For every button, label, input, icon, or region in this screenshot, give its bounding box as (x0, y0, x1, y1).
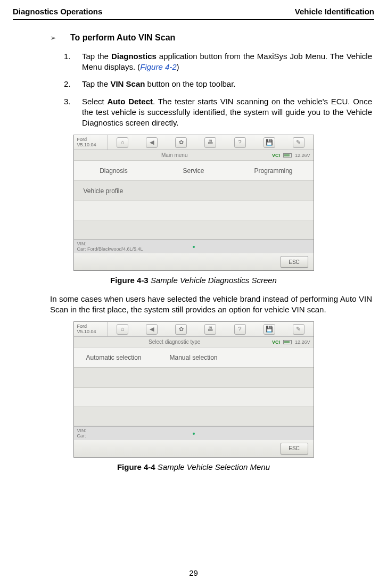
back-icon[interactable]: ◀ (146, 324, 158, 335)
toolbar-icons: ⌂ ◀ ✿ 🖶 ? 💾 ✎ (108, 135, 314, 150)
subbar-title: Select diagnostic type (77, 338, 272, 346)
brand-box: Ford V5.10.04 (74, 135, 108, 150)
figure-4-4-caption: Figure 4-4 Sample Vehicle Selection Menu (13, 462, 374, 473)
empty-row (74, 368, 314, 388)
print-icon[interactable]: 🖶 (204, 137, 216, 148)
menu-automatic-selection[interactable]: Automatic selection (74, 353, 154, 362)
device-screenshot: Ford V5.10.04 ⌂ ◀ ✿ 🖶 ? 💾 ✎ Select diagn… (73, 321, 314, 458)
battery-voltage: 12.26V (295, 339, 310, 345)
step-2: 2. Tap the VIN Scan button on the top to… (64, 79, 372, 89)
section-title: To perform Auto VIN Scan (70, 32, 175, 44)
step-3: 3. Select Auto Detect. The tester starts… (64, 96, 372, 129)
status-dot-icon (193, 433, 195, 435)
device-screenshot: Ford V5.10.04 ⌂ ◀ ✿ 🖶 ? 💾 ✎ Main menu VC… (73, 135, 314, 271)
vin-bar: VIN: Car: Ford/Blackwood/4.6L/5.4L (74, 239, 314, 253)
page-number: 29 (0, 568, 387, 578)
print-icon[interactable]: 🖶 (204, 324, 216, 335)
menu-diagnosis[interactable]: Diagnosis (74, 167, 154, 175)
brand-box: Ford V5.10.04 (74, 322, 108, 336)
toolbar-icons: ⌂ ◀ ✿ 🖶 ? 💾 ✎ (108, 322, 314, 336)
empty-row (74, 201, 314, 220)
help-icon[interactable]: ? (234, 137, 246, 148)
ordered-steps: 1. Tap the Diagnostics application butto… (64, 51, 372, 129)
device-subbar: Select diagnostic type VCI 12.26V (74, 337, 314, 347)
section-heading: ➢ To perform Auto VIN Scan (50, 32, 374, 44)
header-right: Vehicle Identification (295, 6, 374, 17)
vin-car: Car: Ford/Blackwood/4.6L/5.4L (77, 247, 143, 252)
home-icon[interactable]: ⌂ (117, 324, 128, 335)
device-bottom-bar: ESC (74, 253, 314, 270)
empty-row (74, 388, 314, 407)
step-body: Tap the Diagnostics application button f… (82, 51, 372, 73)
esc-button[interactable]: ESC (281, 256, 308, 268)
device-toolbar: Ford V5.10.04 ⌂ ◀ ✿ 🖶 ? 💾 ✎ (74, 135, 314, 150)
edit-icon[interactable]: ✎ (293, 324, 304, 335)
back-icon[interactable]: ◀ (146, 137, 158, 148)
settings-icon[interactable]: ✿ (175, 137, 187, 148)
header-left: Diagnostics Operations (13, 6, 102, 17)
menu-programming[interactable]: Programming (234, 167, 314, 175)
figure-4-4: Ford V5.10.04 ⌂ ◀ ✿ 🖶 ? 💾 ✎ Select diagn… (73, 321, 314, 458)
battery-voltage: 12.26V (295, 152, 310, 159)
device-toolbar: Ford V5.10.04 ⌂ ◀ ✿ 🖶 ? 💾 ✎ (74, 322, 314, 337)
device-bottom-bar: ESC (74, 440, 314, 457)
brand-version: V5.10.04 (77, 143, 104, 148)
empty-row (74, 220, 314, 239)
step-number: 1. (64, 51, 82, 73)
help-icon[interactable]: ? (234, 324, 246, 335)
figure-4-3-caption: Figure 4-3 Sample Vehicle Diagnostics Sc… (13, 275, 374, 286)
home-icon[interactable]: ⌂ (117, 137, 128, 148)
step-number: 2. (64, 79, 82, 89)
step-body: Tap the VIN Scan button on the top toolb… (82, 79, 372, 89)
empty-row (74, 407, 314, 426)
menu-service[interactable]: Service (154, 167, 234, 175)
vci-status-icon: VCI (272, 152, 280, 159)
brand-version: V5.10.04 (77, 329, 104, 335)
menu-vehicle-profile[interactable]: Vehicle profile (74, 187, 160, 195)
figure-reference-link[interactable]: Figure 4-2 (140, 62, 176, 71)
step-body: Select Auto Detect. The tester starts VI… (82, 96, 372, 129)
figure-4-3: Ford V5.10.04 ⌂ ◀ ✿ 🖶 ? 💾 ✎ Main menu VC… (73, 135, 314, 271)
device-subbar: Main menu VCI 12.26V (74, 150, 314, 161)
status-dot-icon (193, 246, 195, 248)
menu-row-2: Vehicle profile (74, 181, 314, 201)
page-header: Diagnostics Operations Vehicle Identific… (13, 6, 374, 20)
vin-car: Car: (77, 434, 87, 439)
settings-icon[interactable]: ✿ (175, 324, 187, 335)
menu-row-1: Automatic selection Manual selection (74, 347, 314, 368)
menu-row-1: Diagnosis Service Programming (74, 161, 314, 181)
vin-bar: VIN: Car: (74, 426, 314, 440)
vci-status-icon: VCI (272, 339, 280, 345)
chevron-right-icon: ➢ (50, 33, 56, 43)
inter-paragraph: In some cases when users have selected t… (50, 294, 372, 316)
save-icon[interactable]: 💾 (264, 137, 275, 148)
menu-manual-selection[interactable]: Manual selection (154, 353, 234, 362)
subbar-title: Main menu (77, 152, 272, 159)
save-icon[interactable]: 💾 (264, 324, 275, 335)
step-1: 1. Tap the Diagnostics application butto… (64, 51, 372, 73)
edit-icon[interactable]: ✎ (293, 137, 304, 148)
step-number: 3. (64, 96, 82, 129)
battery-icon (283, 340, 292, 344)
battery-icon (283, 153, 292, 158)
esc-button[interactable]: ESC (281, 443, 308, 454)
